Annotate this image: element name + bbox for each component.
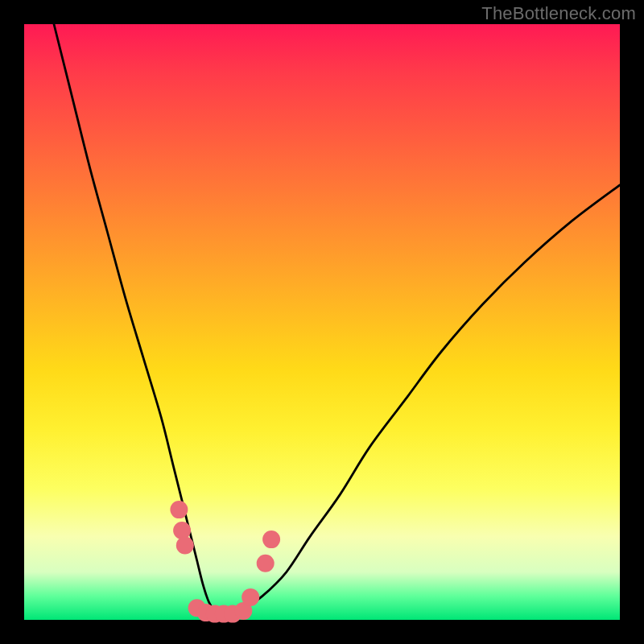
chart-svg (24, 24, 620, 620)
bottleneck-curve (54, 24, 620, 614)
marker-dot (170, 501, 188, 518)
watermark-text: TheBottleneck.com (481, 3, 636, 24)
marker-dot (242, 588, 259, 606)
marker-dot (173, 522, 191, 539)
marker-dot (257, 555, 275, 572)
plot-area (24, 24, 620, 620)
marker-dot (262, 530, 280, 548)
chart-frame: TheBottleneck.com (0, 0, 644, 644)
marker-dot (176, 537, 194, 555)
